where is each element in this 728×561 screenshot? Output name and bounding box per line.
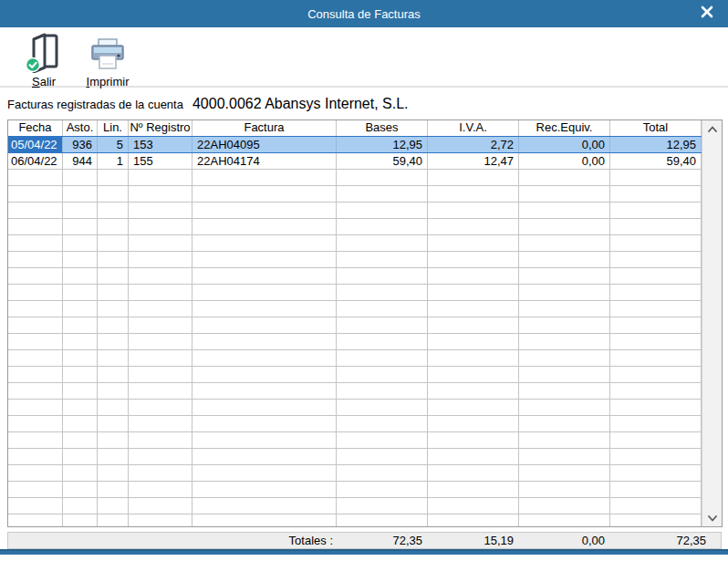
table-row-empty (8, 268, 702, 285)
table-cell-empty (8, 268, 63, 284)
table-cell-empty (63, 203, 98, 218)
table-cell-empty (337, 383, 428, 399)
table-row-empty (8, 432, 702, 449)
table-row[interactable]: 06/04/22 944 1 155 22AH04174 59,40 12,47… (8, 153, 702, 170)
table-cell-empty (129, 203, 192, 218)
scroll-up-icon[interactable] (702, 120, 723, 137)
table-cell-empty (428, 465, 519, 481)
table-cell-empty (129, 367, 192, 382)
table-cell-empty (98, 514, 129, 526)
table-cell-empty (63, 219, 98, 234)
table-cell-empty (129, 449, 192, 464)
table-cell-empty (98, 416, 129, 431)
table-row-empty (8, 465, 702, 482)
table-cell-empty (610, 235, 702, 251)
table-cell-empty (337, 465, 428, 481)
table-cell-empty (8, 350, 63, 366)
cell-fecha[interactable]: 06/04/22 (8, 153, 63, 169)
table-cell-empty (610, 350, 702, 366)
totals-iva: 15,19 (428, 534, 519, 547)
table-cell-empty (519, 186, 610, 202)
table-cell-empty (63, 416, 98, 431)
imprimir-button[interactable]: Imprimir (80, 31, 135, 88)
imprimir-label: Imprimir (87, 75, 130, 88)
table-row-empty (8, 350, 702, 367)
table-cell-empty (337, 186, 428, 202)
table-cell-empty (519, 317, 610, 333)
cell-lin[interactable]: 1 (98, 153, 129, 169)
table-row-empty (8, 449, 702, 465)
table-cell-empty (129, 285, 192, 300)
table-cell-empty (63, 383, 98, 399)
table-row-empty (8, 285, 702, 301)
table-cell-empty (63, 465, 98, 481)
cell-bases[interactable]: 12,95 (337, 137, 428, 152)
table-cell-empty (192, 350, 337, 366)
salir-button[interactable]: Salir (16, 31, 71, 88)
table-cell-empty (98, 449, 129, 464)
table-cell-empty (337, 317, 428, 333)
table-cell-empty (610, 334, 702, 349)
table-cell-empty (519, 482, 610, 497)
cell-recequiv[interactable]: 0,00 (519, 137, 610, 152)
table-cell-empty (610, 252, 702, 267)
table-row-empty (8, 400, 702, 416)
table-cell-empty (428, 383, 519, 399)
table-cell-empty (8, 449, 63, 464)
table-cell-empty (192, 482, 337, 497)
vertical-scrollbar[interactable] (702, 120, 722, 526)
table-cell-empty (63, 350, 98, 366)
cell-total[interactable]: 12,95 (610, 137, 702, 152)
table-cell-empty (8, 334, 63, 349)
grid-header-row: Fecha Asto. Lin. Nº Registro Factura Bas… (8, 120, 702, 136)
table-row-empty (8, 317, 702, 334)
table-cell-empty (610, 219, 702, 234)
cell-asto[interactable]: 944 (63, 153, 98, 169)
cell-lin[interactable]: 5 (98, 137, 129, 152)
table-cell-empty (8, 367, 63, 382)
account-number: 4000.0062 Abansys Internet, S.L. (192, 96, 409, 112)
totals-total: 72,35 (610, 534, 721, 547)
table-cell-empty (610, 482, 702, 497)
table-cell-empty (610, 170, 702, 185)
table-cell-empty (129, 235, 192, 251)
cell-asto[interactable]: 936 (63, 137, 98, 152)
table-cell-empty (192, 170, 337, 185)
table-cell-empty (337, 514, 428, 526)
table-row-selected[interactable]: 05/04/22 936 5 153 22AH04095 12,95 2,72 … (8, 136, 702, 153)
table-cell-empty (8, 482, 63, 497)
table-cell-empty (610, 203, 702, 218)
table-cell-empty (337, 203, 428, 218)
table-cell-empty (98, 383, 129, 399)
table-cell-empty (192, 285, 337, 300)
cell-factura[interactable]: 22AH04095 (192, 137, 337, 152)
table-cell-empty (63, 514, 98, 526)
cell-iva[interactable]: 12,47 (428, 153, 519, 169)
table-cell-empty (63, 170, 98, 185)
table-cell-empty (337, 235, 428, 251)
cell-registro[interactable]: 155 (129, 153, 192, 169)
table-cell-empty (610, 317, 702, 333)
table-cell-empty (129, 465, 192, 481)
cell-total[interactable]: 59,40 (610, 153, 702, 169)
cell-recequiv[interactable]: 0,00 (519, 153, 610, 169)
table-cell-empty (337, 416, 428, 431)
column-header-total: Total (610, 120, 702, 136)
table-cell-empty (337, 498, 428, 514)
table-cell-empty (337, 432, 428, 448)
table-cell-empty (192, 252, 337, 267)
cell-iva[interactable]: 2,72 (428, 137, 519, 152)
table-cell-empty (8, 317, 63, 333)
table-cell-empty (63, 186, 98, 202)
table-cell-empty (98, 170, 129, 185)
table-cell-empty (129, 416, 192, 431)
table-cell-empty (63, 367, 98, 382)
cell-bases[interactable]: 59,40 (337, 153, 428, 169)
table-cell-empty (610, 416, 702, 431)
close-button[interactable] (697, 5, 717, 23)
scroll-down-icon[interactable] (702, 510, 723, 526)
table-row-empty (8, 301, 702, 317)
cell-registro[interactable]: 153 (129, 137, 192, 152)
cell-fecha[interactable]: 05/04/22 (8, 137, 63, 152)
cell-factura[interactable]: 22AH04174 (192, 153, 337, 169)
